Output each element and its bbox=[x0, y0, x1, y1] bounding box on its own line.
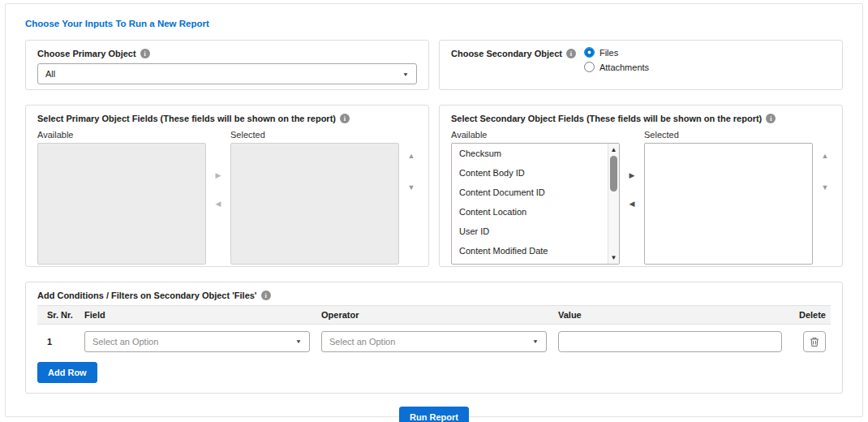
radio-unselected-icon bbox=[584, 62, 595, 72]
radio-option-files[interactable]: Files bbox=[584, 47, 649, 58]
scroll-down-icon[interactable]: ▼ bbox=[608, 252, 619, 264]
info-icon[interactable]: i bbox=[566, 49, 576, 58]
primary-object-panel: Choose Primary Object i All ▼ bbox=[25, 40, 429, 90]
column-header-srnr: Sr. Nr. bbox=[37, 310, 84, 320]
primary-available-listbox[interactable] bbox=[37, 143, 206, 265]
add-row-button[interactable]: Add Row bbox=[37, 362, 97, 383]
scroll-up-icon[interactable]: ▲ bbox=[608, 144, 619, 156]
conditions-panel: Add Conditions / Filters on Secondary Ob… bbox=[25, 282, 843, 394]
trash-icon bbox=[810, 337, 819, 347]
operator-select-placeholder: Select an Option bbox=[329, 337, 395, 347]
radio-files-label: Files bbox=[599, 48, 618, 58]
radio-attachments-label: Attachments bbox=[599, 62, 649, 72]
list-item[interactable]: Content Location bbox=[452, 202, 608, 222]
reorder-up-icon[interactable]: ▲ bbox=[408, 153, 415, 160]
radio-option-attachments[interactable]: Attachments bbox=[584, 62, 649, 72]
chevron-down-icon: ▼ bbox=[532, 338, 539, 344]
reorder-up-icon[interactable]: ▲ bbox=[822, 153, 829, 160]
primary-object-selected-value: All bbox=[45, 69, 55, 79]
move-right-icon[interactable]: ▶ bbox=[630, 172, 635, 179]
column-header-value: Value bbox=[558, 310, 793, 320]
secondary-selected-listbox[interactable] bbox=[644, 143, 813, 265]
info-icon[interactable]: i bbox=[140, 49, 150, 58]
scrollbar-thumb[interactable] bbox=[610, 156, 617, 192]
scrollbar[interactable]: ▲ ▼ bbox=[608, 144, 619, 264]
secondary-object-panel: Choose Secondary Object i Files Attachme… bbox=[439, 40, 843, 90]
operator-select[interactable]: Select an Option ▼ bbox=[321, 331, 547, 352]
info-icon[interactable]: i bbox=[261, 291, 271, 300]
available-label: Available bbox=[451, 130, 620, 140]
secondary-object-radio-group: Files Attachments bbox=[584, 47, 649, 72]
list-item[interactable]: Content Modified Date bbox=[452, 241, 608, 261]
radio-selected-icon bbox=[584, 47, 595, 58]
info-icon[interactable]: i bbox=[340, 114, 350, 123]
secondary-available-listbox[interactable]: Checksum Content Body ID Content Documen… bbox=[451, 143, 620, 265]
move-left-icon[interactable]: ◀ bbox=[630, 200, 635, 208]
primary-object-label: Choose Primary Object bbox=[37, 49, 136, 58]
secondary-fields-panel: Select Secondary Object Fields (These fi… bbox=[439, 105, 843, 267]
secondary-object-label: Choose Secondary Object bbox=[451, 49, 562, 58]
column-header-field: Field bbox=[84, 310, 321, 320]
field-select[interactable]: Select an Option ▼ bbox=[84, 331, 310, 352]
list-item[interactable]: Checksum bbox=[452, 144, 608, 163]
move-right-icon[interactable]: ▶ bbox=[216, 172, 221, 179]
field-select-placeholder: Select an Option bbox=[92, 337, 158, 347]
available-label: Available bbox=[37, 130, 206, 140]
report-builder-page: Choose Your Inputs To Run a New Report C… bbox=[5, 3, 863, 417]
list-item[interactable]: Content Document ID bbox=[452, 183, 608, 202]
info-icon[interactable]: i bbox=[766, 114, 776, 123]
reorder-down-icon[interactable]: ▼ bbox=[822, 184, 829, 192]
value-input[interactable] bbox=[558, 331, 782, 352]
conditions-table-header: Sr. Nr. Field Operator Value Delete bbox=[37, 305, 831, 325]
column-header-operator: Operator bbox=[321, 310, 558, 320]
primary-selected-listbox[interactable] bbox=[230, 143, 399, 265]
condition-row: 1 Select an Option ▼ Select an Option ▼ bbox=[37, 325, 831, 360]
primary-fields-label: Select Primary Object Fields (These fiel… bbox=[37, 114, 336, 123]
page-title: Choose Your Inputs To Run a New Report bbox=[25, 19, 843, 28]
chevron-down-icon: ▼ bbox=[402, 71, 409, 76]
run-report-button[interactable]: Run Report bbox=[399, 407, 469, 422]
conditions-label: Add Conditions / Filters on Secondary Ob… bbox=[37, 291, 257, 300]
reorder-down-icon[interactable]: ▼ bbox=[408, 184, 415, 192]
primary-object-select[interactable]: All ▼ bbox=[37, 63, 417, 84]
list-item[interactable]: User ID bbox=[452, 222, 608, 241]
move-left-icon[interactable]: ◀ bbox=[216, 200, 221, 208]
primary-fields-panel: Select Primary Object Fields (These fiel… bbox=[25, 105, 429, 267]
delete-row-button[interactable] bbox=[803, 331, 826, 352]
secondary-fields-label: Select Secondary Object Fields (These fi… bbox=[451, 114, 762, 123]
selected-label: Selected bbox=[644, 130, 813, 140]
list-item[interactable]: Content Body ID bbox=[452, 163, 608, 183]
chevron-down-icon: ▼ bbox=[295, 338, 302, 344]
row-number: 1 bbox=[37, 337, 84, 347]
selected-label: Selected bbox=[230, 130, 399, 140]
column-header-delete: Delete bbox=[793, 310, 831, 320]
